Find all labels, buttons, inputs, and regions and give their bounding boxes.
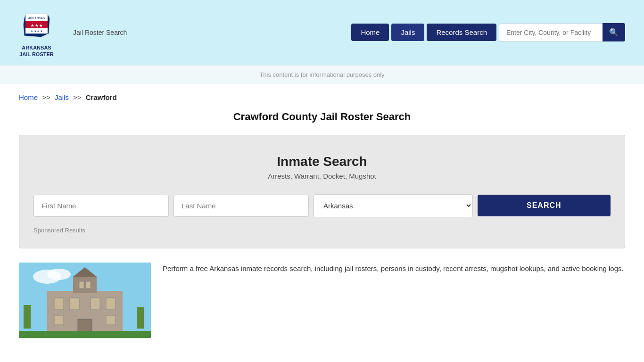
arkansas-logo-icon: ★ ★ ★ ARKANSAS ★ ★ ★ ★ (19, 7, 54, 42)
breadcrumb-current: Crawford (86, 93, 117, 101)
breadcrumb-sep1: >> (42, 93, 50, 101)
svg-rect-13 (73, 277, 97, 293)
svg-rect-24 (19, 331, 151, 338)
svg-rect-10 (24, 305, 31, 329)
search-container: Inmate Search Arrests, Warrant, Docket, … (19, 135, 625, 248)
svg-rect-20 (106, 315, 116, 325)
svg-rect-16 (70, 298, 79, 310)
bottom-description: Perform a free Arkansas inmate records s… (163, 263, 624, 275)
header-search-input[interactable] (499, 24, 603, 41)
sponsored-label: Sponsored Results (33, 227, 611, 234)
svg-rect-17 (91, 298, 100, 310)
breadcrumb-jails-link[interactable]: Jails (55, 93, 69, 101)
bottom-section: Perform a free Arkansas inmate records s… (19, 263, 625, 338)
header-search-button[interactable]: 🔍 (603, 23, 625, 41)
info-bar: This content is for informational purpos… (0, 65, 644, 84)
info-bar-text: This content is for informational purpos… (259, 71, 384, 78)
svg-rect-15 (54, 298, 64, 310)
page-title: Crawford County Jail Roster Search (19, 111, 625, 123)
search-submit-button[interactable]: SEARCH (478, 195, 611, 216)
logo-text: ARKANSAS JAIL ROSTER (19, 44, 54, 58)
svg-rect-22 (79, 281, 84, 288)
nav-area: Home Jails Records Search 🔍 (351, 23, 625, 41)
search-fields: AlabamaAlaskaArizonaArkansasCaliforniaCo… (33, 194, 611, 217)
breadcrumb-home-link[interactable]: Home (19, 93, 38, 101)
breadcrumb-sep2: >> (73, 93, 82, 101)
building-illustration (19, 263, 151, 338)
site-header: ★ ★ ★ ARKANSAS ★ ★ ★ ★ ARKANSAS JAIL ROS… (0, 0, 644, 65)
first-name-input[interactable] (33, 195, 169, 217)
svg-text:★ ★ ★ ★: ★ ★ ★ ★ (31, 30, 42, 33)
main-content: Home >> Jails >> Crawford Crawford Count… (0, 84, 644, 357)
site-title: Jail Roster Search (73, 29, 127, 36)
breadcrumb: Home >> Jails >> Crawford (19, 93, 625, 101)
svg-text:ARKANSAS: ARKANSAS (28, 16, 45, 20)
svg-rect-11 (137, 307, 144, 329)
svg-rect-23 (86, 281, 91, 288)
logo-container: ★ ★ ★ ARKANSAS ★ ★ ★ ★ ARKANSAS JAIL ROS… (19, 7, 54, 58)
svg-text:★ ★ ★: ★ ★ ★ (31, 24, 43, 28)
inmate-search-title: Inmate Search (33, 154, 611, 169)
svg-point-9 (47, 269, 71, 280)
logo-area: ★ ★ ★ ARKANSAS ★ ★ ★ ★ ARKANSAS JAIL ROS… (19, 7, 127, 58)
nav-home-button[interactable]: Home (351, 24, 389, 41)
svg-rect-19 (54, 315, 64, 325)
nav-records-button[interactable]: Records Search (427, 24, 496, 41)
search-icon: 🔍 (609, 28, 619, 36)
inmate-search-subtitle: Arrests, Warrant, Docket, Mugshot (33, 172, 611, 180)
last-name-input[interactable] (173, 195, 309, 217)
state-select[interactable]: AlabamaAlaskaArizonaArkansasCaliforniaCo… (314, 194, 473, 217)
building-image (19, 263, 151, 338)
svg-rect-18 (106, 298, 116, 310)
nav-jails-button[interactable]: Jails (391, 24, 424, 41)
header-search-area: 🔍 (499, 23, 625, 41)
